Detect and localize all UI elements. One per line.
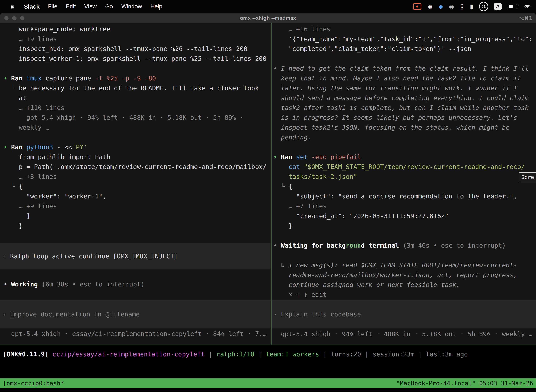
- text-segment: {: [19, 183, 23, 190]
- blue-app-icon[interactable]: ◆: [439, 3, 443, 10]
- terminal-line: cat "$OMX_TEAM_STATE_ROOT/team/review-cu…: [272, 162, 536, 172]
- text-segment: … +7 lines: [273, 202, 326, 210]
- text-segment: |: [254, 350, 266, 358]
- text-segment: I: [10, 311, 14, 318]
- terminal-line: later. Using the same for transition mig…: [272, 83, 536, 93]
- text-segment: {: [289, 183, 292, 190]
- battery-percent-badge[interactable]: 61: [479, 2, 488, 11]
- dots-grid-icon[interactable]: ⣿: [460, 3, 464, 10]
- text-segment: … +110 lines: [4, 104, 65, 111]
- menu-item-file[interactable]: File: [44, 3, 62, 10]
- dark-app-icon[interactable]: ◉: [449, 3, 454, 10]
- text-segment: from pathlib import Path: [4, 153, 110, 160]
- text-segment: •: [4, 144, 11, 151]
- text-segment: "completed","claim_token":"claim-token"}…: [273, 45, 471, 52]
- tmux-pane-left[interactable]: workspace_mode: worktree … +9 lines insp…: [0, 23, 271, 345]
- terminal-line: [0, 132, 271, 142]
- terminal-line: … +110 lines: [0, 103, 271, 113]
- text-segment: team:1 workers: [266, 350, 319, 358]
- terminal-line: ⌥ + ↑ edit: [272, 290, 536, 300]
- terminal-line: • Ran python3 - <<'PY': [0, 142, 271, 152]
- terminal-line: [272, 142, 536, 152]
- prompt-input-box[interactable]: › Explain this codebase: [272, 300, 536, 328]
- screen-overlay-label: Scre: [519, 173, 536, 182]
- terminal-line: }: [272, 221, 536, 231]
- tmux-session-info[interactable]: [omx-cczip0:bash*: [3, 380, 64, 387]
- omx-status-line: [OMX#0.11.9] cczip/essay/ai-reimplementa…: [3, 349, 536, 359]
- prompt-input-box[interactable]: › Improve documentation in @filename: [0, 300, 271, 328]
- tmux-pane-right[interactable]: … +16 lines '{"team_name":"my-team","tas…: [272, 23, 536, 345]
- menu-item-window[interactable]: Window: [117, 3, 146, 10]
- text-segment: ›: [273, 311, 281, 318]
- terminal: workspace_mode: worktree … +9 lines insp…: [0, 23, 536, 345]
- text-segment: [OMX#0.11.9]: [3, 350, 48, 358]
- battery-icon[interactable]: [507, 4, 517, 9]
- wifi-icon[interactable]: [523, 4, 531, 9]
- text-segment: -t %25 -p -S -80: [95, 75, 156, 82]
- menu-item-go[interactable]: Go: [101, 3, 117, 10]
- text-segment: [273, 163, 289, 170]
- text-segment: └: [4, 84, 19, 92]
- prompt-input-box[interactable]: › Ralph loop active continue [OMX_TMUX_I…: [0, 243, 271, 269]
- text-segment: }: [4, 222, 23, 229]
- pill-icon[interactable]: ▮: [470, 3, 473, 10]
- tmux-host-clock: "MacBook-Pro-44.local" 05:03 31-Mar-26: [396, 380, 533, 387]
- terminal-line: inspect task2's JSON, focusing on the st…: [272, 123, 536, 132]
- terminal-line: [0, 231, 271, 241]
- text-segment: weekly …: [4, 124, 49, 131]
- text-segment: [273, 173, 289, 180]
- zoom-button[interactable]: [20, 16, 24, 20]
- text-segment: p = Path('.omx/state/team/review-current…: [4, 163, 267, 170]
- text-segment: [273, 291, 289, 298]
- terminal-line: at: [0, 93, 271, 103]
- window-title-bar[interactable]: omx --xhigh --madmax ⌥⌘1: [0, 13, 536, 23]
- minimize-button[interactable]: [12, 16, 17, 20]
- text-segment: gpt-5.4 xhigh · 94% left · 488K in · 5.1…: [273, 330, 532, 338]
- terminal-line: … +9 lines: [0, 201, 271, 211]
- text-segment: ⌥ + ↑ edit: [289, 291, 327, 298]
- terminal-line: inspect_hud: omx sparkshell --tmux-pane …: [0, 44, 271, 54]
- terminal-line: is in progress? It seems likely but perh…: [272, 113, 536, 123]
- text-segment: Ran: [11, 144, 26, 151]
- text-segment: tasks/task-2.json": [289, 173, 357, 180]
- terminal-line: weekly …: [0, 123, 271, 132]
- app-menu-slack[interactable]: Slack: [20, 3, 44, 10]
- text-segment: - <<: [57, 144, 72, 151]
- terminal-line: [0, 64, 271, 73]
- close-button[interactable]: [4, 16, 9, 20]
- text-segment: session:23m: [373, 350, 414, 358]
- input-source-icon[interactable]: A: [494, 3, 502, 10]
- terminal-line: └ be necessary for the end of the README…: [0, 83, 271, 93]
- apple-menu-icon[interactable]: [5, 4, 20, 9]
- terminal-line: … +16 lines: [272, 24, 536, 34]
- terminal-line: • Waiting for background terminal (3m 46…: [272, 241, 536, 250]
- spacer: [0, 289, 271, 300]
- text-segment: capture-pane: [45, 75, 95, 82]
- menu-item-help[interactable]: Help: [146, 3, 167, 10]
- terminal-line: └ {: [0, 182, 271, 191]
- menu-item-view[interactable]: View: [80, 3, 101, 10]
- text-segment: pending.: [273, 134, 311, 141]
- menu-item-edit[interactable]: Edit: [62, 3, 80, 10]
- terminal-line: gpt-5.4 xhigh · essay/ai-reimplementatio…: [0, 329, 271, 339]
- spacer: [0, 269, 271, 280]
- apple-logo-icon: [10, 4, 15, 9]
- menu-bar-status-icons: ▦ ◆ ◉ ⣿ ▮ 61 A: [413, 2, 536, 11]
- text-segment: ›: [2, 311, 10, 318]
- text-segment: continue assigned work or next feasible …: [289, 281, 460, 288]
- terminal-line: • Ran tmux capture-pane -t %25 -p -S -80: [0, 73, 271, 83]
- text-segment: Working: [11, 281, 42, 288]
- terminal-line: keep that in mind. Maybe I also need the…: [272, 73, 536, 83]
- text-segment: 'PY': [72, 144, 87, 151]
- text-segment: •: [4, 281, 11, 288]
- terminal-line: gpt-5.4 xhigh · 94% left · 488K in · 5.1…: [272, 329, 536, 339]
- screen-recording-icon[interactable]: [413, 3, 421, 10]
- text-segment: d terminal: [361, 242, 403, 249]
- window-controls: [4, 13, 24, 23]
- text-segment: |: [205, 350, 216, 358]
- window-grid-icon[interactable]: ▦: [427, 3, 433, 10]
- terminal-line: "worker": "worker-1",: [0, 191, 271, 201]
- text-segment: gpt-5.4 xhigh · 94% left · 488K in · 5.1…: [4, 114, 244, 121]
- text-segment: I need to get the claim token from the c…: [281, 65, 529, 72]
- text-segment: inspect_worker-1: omx sparkshell --tmux-…: [4, 55, 267, 62]
